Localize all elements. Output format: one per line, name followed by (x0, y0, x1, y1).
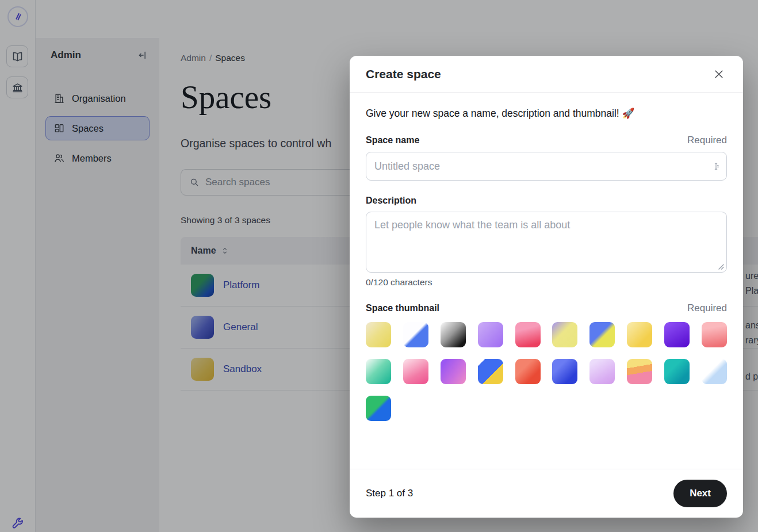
thumbnail-option-5[interactable] (515, 322, 541, 347)
modal-title: Create space (366, 67, 441, 81)
text-cursor-icon (711, 162, 721, 171)
modal-intro-text: Give your new space a name, description … (366, 108, 727, 120)
thumbnail-option-19[interactable] (664, 359, 690, 384)
modal-header: Create space (350, 56, 743, 93)
thumbnail-option-7[interactable] (589, 322, 615, 347)
thumbnail-field-header: Space thumbnail Required (366, 303, 727, 314)
thumbnail-grid (366, 322, 727, 421)
thumbnail-option-20[interactable] (702, 359, 727, 384)
description-field-header: Description (366, 196, 727, 206)
thumbnail-option-4[interactable] (478, 322, 503, 347)
space-name-field-header: Space name Required (366, 135, 727, 146)
thumbnail-option-18[interactable] (627, 359, 652, 384)
thumbnail-option-21[interactable] (366, 396, 391, 421)
thumbnail-option-2[interactable] (403, 322, 428, 347)
space-name-label: Space name (366, 135, 419, 146)
required-badge: Required (687, 303, 727, 314)
thumbnail-option-11[interactable] (366, 359, 391, 384)
thumbnail-option-17[interactable] (589, 359, 615, 384)
thumbnail-label: Space thumbnail (366, 303, 439, 313)
thumbnail-option-8[interactable] (627, 322, 652, 347)
thumbnail-option-10[interactable] (702, 322, 727, 347)
thumbnail-option-14[interactable] (478, 359, 503, 384)
thumbnail-option-15[interactable] (515, 359, 541, 384)
required-badge: Required (687, 135, 727, 146)
thumbnail-option-6[interactable] (552, 322, 577, 347)
thumbnail-option-12[interactable] (403, 359, 428, 384)
step-indicator: Step 1 of 3 (366, 488, 413, 499)
description-textarea-wrap (366, 212, 727, 273)
close-modal-button[interactable] (709, 64, 729, 85)
thumbnail-option-3[interactable] (441, 322, 466, 347)
thumbnail-option-16[interactable] (552, 359, 577, 384)
modal-body: Give your new space a name, description … (350, 93, 743, 469)
app-root: Admin Organisation (0, 0, 758, 532)
description-label: Description (366, 196, 416, 206)
thumbnail-option-9[interactable] (664, 322, 690, 347)
close-icon (713, 68, 725, 80)
thumbnail-option-1[interactable] (366, 322, 391, 347)
space-name-input[interactable] (366, 152, 727, 181)
thumbnail-option-13[interactable] (441, 359, 466, 384)
description-textarea[interactable] (366, 212, 727, 273)
next-button[interactable]: Next (673, 480, 727, 507)
character-counter: 0/120 characters (366, 277, 727, 288)
resize-handle-icon[interactable] (718, 264, 724, 270)
create-space-modal: Create space Give your new space a name,… (350, 56, 743, 518)
space-name-input-wrap (366, 152, 727, 181)
modal-footer: Step 1 of 3 Next (350, 469, 743, 518)
